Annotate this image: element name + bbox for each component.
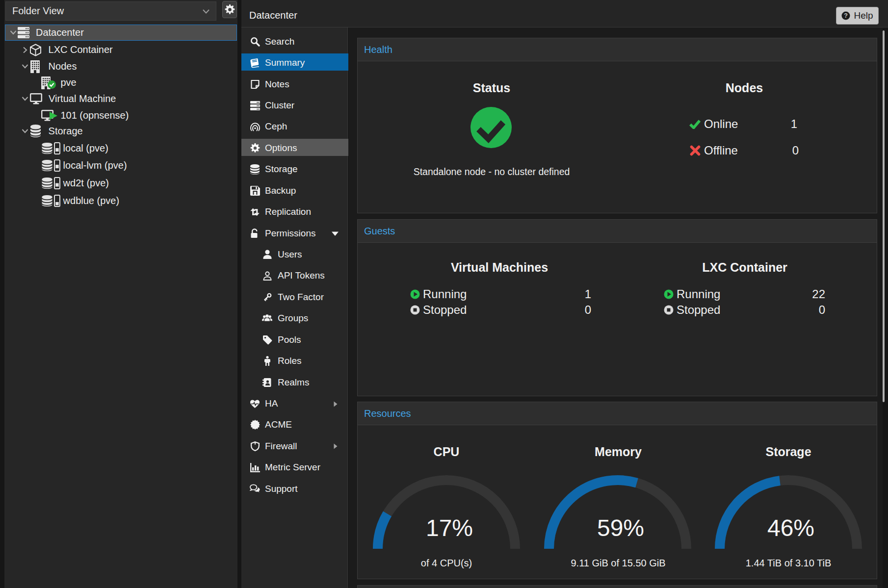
svg-text:?: ? — [844, 12, 848, 19]
